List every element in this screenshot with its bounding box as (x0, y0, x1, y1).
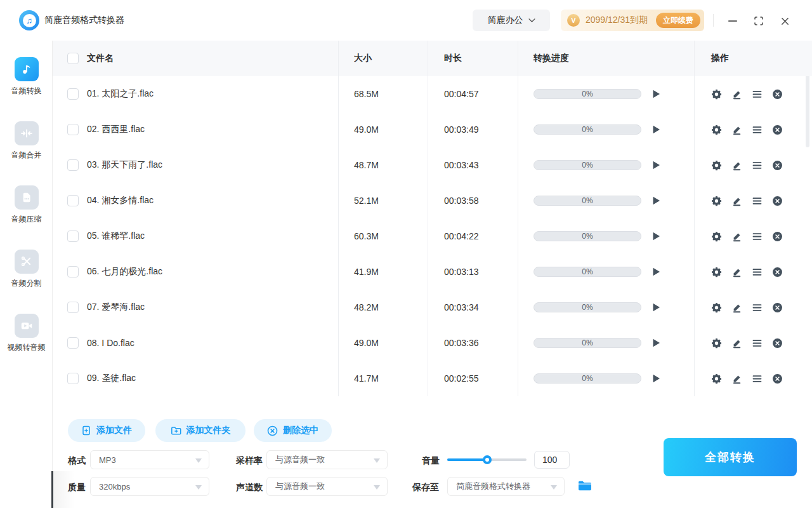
details-icon[interactable] (752, 124, 763, 135)
close-button[interactable] (775, 13, 794, 29)
play-button[interactable] (652, 231, 660, 241)
settings-icon[interactable] (711, 302, 722, 313)
remove-icon[interactable] (772, 89, 783, 100)
file-duration: 00:03:49 (444, 124, 479, 135)
sidebar-item-video-to-audio[interactable]: 视频转音频 (0, 314, 53, 353)
row-checkbox[interactable] (67, 231, 79, 242)
row-checkbox[interactable] (67, 337, 79, 349)
remove-icon[interactable] (772, 373, 783, 384)
license-banner: V 2099/12/31到期 立即续费 (561, 10, 704, 31)
chevron-down-icon (528, 18, 535, 23)
play-button[interactable] (652, 267, 660, 277)
edit-icon[interactable] (731, 124, 742, 135)
volume-slider-thumb[interactable] (483, 455, 492, 464)
save-to-select[interactable]: 简鹿音频格式转换器 (447, 477, 565, 496)
edit-icon[interactable] (731, 338, 742, 349)
edit-icon[interactable] (731, 196, 742, 206)
play-icon (652, 196, 660, 206)
format-select[interactable]: MP3 (90, 450, 209, 469)
edit-icon[interactable] (731, 302, 742, 313)
add-folder-button[interactable]: 添加文件夹 (155, 419, 246, 442)
play-button[interactable] (652, 89, 660, 99)
add-file-button[interactable]: 添加文件 (68, 419, 145, 442)
row-checkbox[interactable] (67, 124, 79, 135)
progress-bar: 0% (534, 160, 641, 170)
remove-icon[interactable] (772, 302, 783, 313)
progress-bar: 0% (534, 196, 641, 206)
caret-down-icon (374, 485, 380, 490)
edit-icon[interactable] (731, 89, 742, 100)
suite-dropdown-button[interactable]: 简鹿办公 (473, 10, 550, 31)
convert-all-button[interactable]: 全部转换 (664, 438, 797, 476)
play-button[interactable] (652, 124, 660, 135)
progress-percent: 0% (582, 161, 593, 170)
sidebar-item-audio-merge[interactable]: 音频合并 (0, 121, 53, 161)
settings-icon[interactable] (711, 338, 722, 349)
table-row: 05. 谁稀罕.flac 60.3M 00:04:22 0% (53, 218, 812, 254)
settings-icon[interactable] (711, 124, 722, 135)
save-to-label: 保存至 (412, 482, 439, 493)
volume-slider[interactable] (447, 458, 527, 461)
sidebar-item-label: 视频转音频 (8, 342, 46, 353)
remove-icon[interactable] (772, 196, 783, 206)
video-camera-icon (15, 314, 39, 338)
browse-folder-button[interactable] (577, 479, 594, 493)
sidebar-item-audio-convert[interactable]: 音频转换 (0, 57, 53, 97)
details-icon[interactable] (752, 302, 763, 313)
maximize-icon (754, 16, 764, 26)
row-checkbox[interactable] (67, 88, 79, 100)
play-button[interactable] (652, 196, 660, 206)
remove-icon[interactable] (772, 338, 783, 349)
settings-icon[interactable] (711, 267, 722, 277)
sidebar-item-audio-split[interactable]: 音频分割 (0, 250, 53, 289)
volume-input[interactable] (534, 451, 570, 469)
details-icon[interactable] (752, 373, 763, 384)
file-size: 48.7M (354, 160, 379, 170)
remove-icon[interactable] (772, 267, 783, 277)
music-note-icon (15, 57, 39, 81)
details-icon[interactable] (752, 338, 763, 349)
edit-icon[interactable] (731, 160, 742, 171)
table-body: 01. 太阳之子.flac 68.5M 00:04:57 0% (53, 76, 812, 396)
details-icon[interactable] (752, 89, 763, 100)
details-icon[interactable] (752, 267, 763, 277)
sample-rate-select[interactable]: 与源音频一致 (266, 450, 388, 469)
edit-icon[interactable] (731, 267, 742, 277)
remove-icon[interactable] (772, 160, 783, 171)
edit-icon[interactable] (731, 373, 742, 384)
quality-select[interactable]: 320kbps (90, 477, 209, 496)
row-checkbox[interactable] (67, 373, 79, 384)
settings-icon[interactable] (711, 160, 722, 171)
details-icon[interactable] (752, 160, 763, 171)
row-checkbox[interactable] (67, 266, 79, 277)
play-button[interactable] (652, 160, 660, 170)
minimize-button[interactable] (723, 13, 742, 29)
play-button[interactable] (652, 338, 660, 348)
file-name: 02. 西西里.flac (87, 124, 145, 135)
file-duration: 00:04:57 (444, 89, 479, 99)
remove-icon[interactable] (772, 124, 783, 135)
play-button[interactable] (652, 373, 660, 384)
channels-select[interactable]: 与源音频一致 (266, 477, 388, 496)
play-button[interactable] (652, 302, 660, 312)
settings-icon[interactable] (711, 196, 722, 206)
license-expiry: 2099/12/31到期 (586, 15, 648, 26)
delete-selected-button[interactable]: 删除选中 (254, 419, 332, 442)
renew-button[interactable]: 立即续费 (656, 13, 700, 28)
row-checkbox[interactable] (67, 302, 79, 313)
settings-icon[interactable] (711, 89, 722, 100)
save-to-value: 简鹿音频格式转换器 (456, 481, 530, 492)
sidebar-item-audio-compress[interactable]: 音频压缩 (0, 185, 53, 225)
remove-icon[interactable] (772, 231, 783, 242)
edit-icon[interactable] (731, 231, 742, 242)
select-all-checkbox[interactable] (67, 53, 79, 64)
row-checkbox[interactable] (67, 159, 79, 171)
settings-icon[interactable] (711, 373, 722, 384)
details-icon[interactable] (752, 196, 763, 206)
maximize-button[interactable] (749, 13, 768, 29)
settings-icon[interactable] (711, 231, 722, 242)
details-icon[interactable] (752, 231, 763, 242)
quality-value: 320kbps (99, 482, 130, 491)
compress-icon (15, 185, 39, 210)
row-checkbox[interactable] (67, 195, 79, 206)
